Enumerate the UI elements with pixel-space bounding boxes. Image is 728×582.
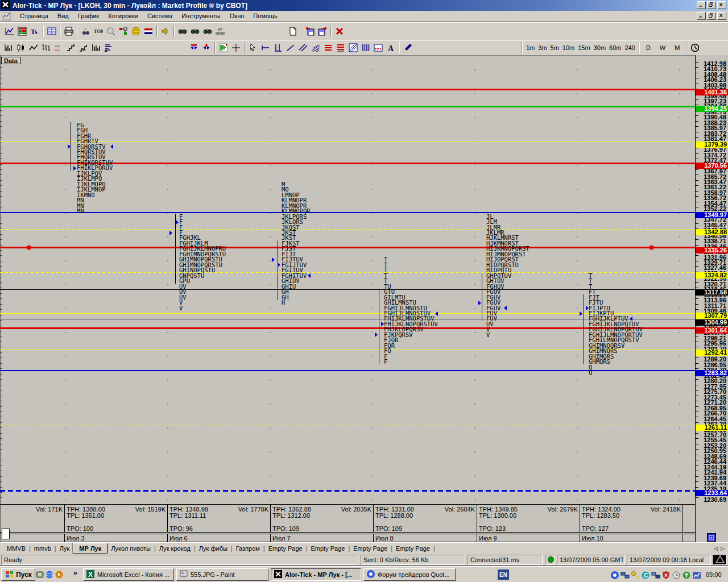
- tab-scroll-arrows[interactable]: ◁ ▷: [714, 546, 725, 551]
- quicklaunch-media-icon[interactable]: [55, 570, 64, 579]
- level-line[interactable]: [0, 350, 695, 350]
- period-W[interactable]: W: [655, 44, 670, 52]
- scroll-corner-icon[interactable]: [707, 533, 716, 542]
- candles-icon[interactable]: [15, 41, 27, 54]
- glasses-icon[interactable]: [189, 25, 201, 38]
- xt-news-icon[interactable]: XTNEWS: [214, 25, 226, 38]
- top-list-icon[interactable]: TOP: [92, 25, 105, 38]
- menu-инструменты[interactable]: Инструменты: [177, 11, 225, 20]
- trend-line-icon[interactable]: [284, 41, 297, 54]
- time-sales-icon[interactable]: Ts: [28, 25, 41, 38]
- page-tab-Empty Page[interactable]: Empty Page: [350, 544, 391, 552]
- line-style-icon[interactable]: [27, 41, 40, 54]
- window-restore-button[interactable]: [707, 1, 716, 9]
- tray-net-icon[interactable]: [621, 571, 629, 579]
- level-line[interactable]: [0, 229, 695, 230]
- plot-area[interactable]: [0, 55, 695, 542]
- menu-система[interactable]: Система: [143, 11, 177, 20]
- chart-window-icon[interactable]: [2, 12, 12, 20]
- page-tab-Газпром[interactable]: Газпром: [233, 544, 263, 552]
- level-line[interactable]: [0, 212, 695, 213]
- page-tab-Empty Page[interactable]: Empty Page: [265, 544, 306, 552]
- level-line[interactable]: [0, 327, 695, 329]
- timeframe-30m[interactable]: 30m: [592, 44, 607, 52]
- level-line[interactable]: [0, 247, 695, 248]
- timeframe-15m[interactable]: 15m: [576, 44, 592, 52]
- hatch-icon[interactable]: [347, 41, 359, 54]
- regression-icon[interactable]: LR: [309, 41, 322, 54]
- zoom-tool-icon[interactable]: [105, 25, 117, 38]
- vert-lines-icon[interactable]: [359, 41, 372, 54]
- tray-forum-icon[interactable]: [610, 571, 619, 579]
- collapse-red-icon[interactable]: [188, 41, 200, 54]
- page-tab-MMVB[interactable]: MMVB: [3, 544, 29, 552]
- page-tab-МР Лук[interactable]: МР Лук: [73, 543, 107, 554]
- page-tab-mmvb[interactable]: mmvb: [31, 544, 55, 552]
- collapse-blue-icon[interactable]: [200, 41, 213, 54]
- level-line[interactable]: [0, 313, 695, 314]
- menu-котировки[interactable]: Котировки: [104, 11, 143, 20]
- taskbar-window-0[interactable]: XMicrosoft Excel - Копия ...: [83, 568, 174, 581]
- period-M[interactable]: M: [670, 44, 684, 52]
- tree-icon[interactable]: [117, 25, 130, 38]
- level-line[interactable]: [0, 370, 695, 371]
- page-tab-Лук[interactable]: Лук: [56, 544, 73, 552]
- timeframe-60m[interactable]: 60m: [607, 44, 623, 52]
- steps2-icon[interactable]: [77, 41, 90, 54]
- menu-график[interactable]: График: [73, 11, 104, 20]
- level-line[interactable]: [0, 272, 695, 273]
- tray-net2-icon[interactable]: [651, 571, 660, 579]
- level-left-icon[interactable]: [259, 41, 272, 54]
- parallel-icon[interactable]: [297, 41, 309, 54]
- quotes-grid-icon[interactable]: [16, 25, 28, 38]
- level-line[interactable]: [0, 490, 695, 492]
- level-line[interactable]: [0, 425, 695, 425]
- level-line[interactable]: [0, 106, 695, 107]
- clock-icon[interactable]: [689, 41, 701, 54]
- document-restore-button[interactable]: [707, 12, 716, 20]
- new-page-icon[interactable]: [287, 25, 299, 38]
- tray-update-icon[interactable]: [682, 571, 690, 579]
- timeframe-3m[interactable]: 3m: [536, 44, 548, 52]
- brush-icon[interactable]: [402, 41, 414, 54]
- level-line[interactable]: [0, 289, 695, 290]
- price-scale[interactable]: [695, 55, 728, 542]
- speaker-icon[interactable]: [159, 25, 172, 38]
- page-tab-Лукол пивоты[interactable]: Лукол пивоты: [107, 544, 154, 552]
- quicklaunch-shell-icon[interactable]: [35, 570, 44, 579]
- menu-помощь[interactable]: Помощь: [249, 11, 282, 20]
- level-line[interactable]: [0, 319, 695, 320]
- page-tab-Лук фибы[interactable]: Лук фибы: [196, 544, 231, 552]
- page-tab-Empty Page[interactable]: Empty Page: [392, 544, 433, 552]
- profile-list-icon[interactable]: [102, 41, 115, 54]
- page-tab-Лук крокод[interactable]: Лук крокод: [156, 544, 194, 552]
- find-icon[interactable]: ?: [80, 25, 92, 38]
- level-vert-icon[interactable]: [272, 41, 284, 54]
- steps1-icon[interactable]: [65, 41, 77, 54]
- taskbar-window-3[interactable]: Форум трейдеров Quot...: [363, 568, 456, 581]
- bars-ohlc-icon[interactable]: [40, 41, 52, 54]
- taskbar-window-1[interactable]: 555.JPG - Paint: [176, 568, 268, 581]
- coins-icon[interactable]: [130, 25, 142, 38]
- level-line[interactable]: [0, 142, 695, 142]
- glasses-icon[interactable]: [201, 25, 214, 38]
- document-minimize-button[interactable]: [697, 12, 706, 20]
- depth-book-icon[interactable]: [46, 25, 58, 38]
- tray-cd-icon[interactable]: C: [641, 571, 650, 579]
- line-chart-icon[interactable]: [3, 25, 16, 38]
- range-box-icon[interactable]: [372, 41, 384, 54]
- tray-shield-icon[interactable]: [661, 571, 670, 579]
- taskbar-window-2[interactable]: Alor-Tick - МР Лук - [...: [271, 568, 361, 581]
- timeframe-1m[interactable]: 1m: [524, 44, 536, 52]
- taskbar-clock[interactable]: 09:00: [706, 571, 722, 578]
- tray-clockt-icon[interactable]: [672, 571, 680, 579]
- data-panel-tab[interactable]: Data: [1, 57, 20, 64]
- print-icon[interactable]: [63, 25, 75, 38]
- text-tool-icon[interactable]: A: [384, 41, 397, 54]
- timeframe-5m[interactable]: 5m: [549, 44, 561, 52]
- save-in-icon[interactable]: [304, 25, 316, 38]
- timeframe-10m[interactable]: 10m: [561, 44, 576, 52]
- menu-окно[interactable]: Окно: [225, 11, 249, 20]
- window-close-button[interactable]: [717, 1, 726, 9]
- hist-bars-icon[interactable]: [2, 41, 15, 54]
